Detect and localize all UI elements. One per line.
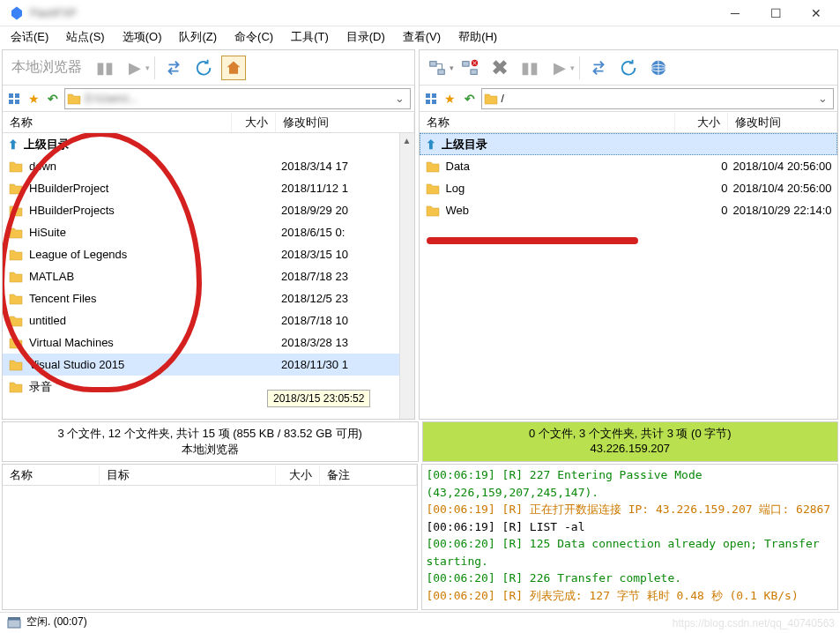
scroll-up-icon[interactable]: ▲	[400, 133, 414, 148]
row-up[interactable]: ⬆ 上级目录	[3, 133, 414, 155]
favorite-icon[interactable]: ★	[442, 91, 458, 107]
local-status: 3 个文件, 12 个文件夹, 共计 15 项 (855 KB / 83.52 …	[2, 421, 419, 462]
minimize-button[interactable]: ─	[715, 0, 755, 26]
maximize-button[interactable]: ☐	[755, 0, 796, 26]
home-icon[interactable]	[221, 56, 246, 80]
svg-rect-3	[15, 100, 19, 104]
col-name[interactable]: 名称	[3, 113, 232, 132]
svg-rect-12	[432, 93, 436, 98]
qcol-target[interactable]: 目标	[100, 465, 276, 485]
folder-icon	[67, 92, 81, 106]
folder-icon	[425, 182, 441, 195]
folder-icon	[425, 205, 441, 217]
local-label: 本地浏览器	[6, 58, 82, 77]
app-icon	[9, 5, 25, 21]
col-size[interactable]: 大小	[675, 113, 728, 132]
svg-rect-0	[9, 93, 13, 98]
refresh-icon[interactable]	[191, 56, 216, 80]
qcol-name[interactable]: 名称	[3, 465, 100, 485]
refresh-icon[interactable]	[616, 56, 641, 80]
tree-icon[interactable]	[6, 91, 22, 107]
col-time[interactable]: 修改时间	[276, 113, 414, 132]
remote-file-list[interactable]: ⬆ 上级目录 Data02018/10/4 20:56:00Log02018/1…	[420, 133, 838, 419]
svg-rect-2	[9, 100, 13, 104]
disk-icon	[7, 616, 21, 629]
globe-icon[interactable]	[646, 56, 671, 80]
log-line: [00:06:20] [R] 列表完成: 127 字节 耗时 0.48 秒 (0…	[426, 587, 834, 605]
menu-options[interactable]: 选项(O)	[115, 27, 169, 47]
window-title: FlashFXP	[30, 7, 715, 19]
list-item[interactable]: Visual Studio 20152018/11/30 1	[3, 354, 414, 376]
svg-rect-13	[426, 100, 430, 104]
log-line: [00:06:19] [R] 227 Entering Passive Mode…	[426, 466, 834, 501]
qcol-note[interactable]: 备注	[320, 465, 417, 485]
col-time[interactable]: 修改时间	[728, 113, 838, 132]
svg-rect-5	[437, 69, 443, 74]
menubar: 会话(E) 站点(S) 选项(O) 队列(Z) 命令(C) 工具(T) 目录(D…	[0, 26, 840, 48]
local-path-input[interactable]: D:\Users\... ⌄	[64, 88, 411, 109]
menu-session[interactable]: 会话(E)	[4, 27, 56, 47]
scrollbar[interactable]: ▲	[399, 133, 414, 419]
menu-help[interactable]: 帮助(H)	[451, 27, 504, 47]
play-icon[interactable]: ▶	[547, 56, 572, 80]
status-strip: 3 个文件, 12 个文件夹, 共计 15 项 (855 KB / 83.52 …	[0, 421, 840, 462]
folder-icon	[484, 92, 498, 106]
tree-icon[interactable]	[423, 91, 439, 107]
list-item[interactable]: Virtual Machines2018/3/28 13	[3, 331, 414, 354]
local-file-list[interactable]: ⬆ 上级目录 down2018/3/14 17HBuilderProject20…	[3, 133, 414, 419]
folder-icon	[8, 182, 24, 195]
up-arrow-icon: ⬆	[426, 138, 436, 152]
list-item[interactable]: Log02018/10/4 20:56:00	[420, 177, 838, 199]
remote-list-header: 名称 大小 修改时间	[420, 112, 838, 133]
up-icon[interactable]: ↶	[462, 91, 478, 107]
menu-directory[interactable]: 目录(D)	[339, 27, 392, 47]
folder-icon	[8, 293, 24, 305]
list-item[interactable]: untitled2018/7/18 10	[3, 309, 414, 331]
log-line: [00:06:20] [R] 125 Data connection alrea…	[426, 535, 834, 570]
col-name[interactable]: 名称	[420, 113, 675, 132]
list-item[interactable]: League of Legends2018/3/15 10	[3, 243, 414, 265]
remote-path-input[interactable]: / ⌄	[481, 88, 835, 109]
folder-icon	[8, 249, 24, 261]
folder-icon	[8, 337, 24, 349]
list-item[interactable]: down2018/3/14 17	[3, 155, 414, 177]
list-item[interactable]: Tencent Files2018/12/5 23	[3, 287, 414, 309]
menu-view[interactable]: 查看(V)	[396, 27, 448, 47]
favorite-icon[interactable]: ★	[26, 91, 41, 107]
list-item[interactable]: Web02018/10/29 22:14:00	[420, 199, 838, 221]
log-line: [00:06:20] [R] 226 Transfer complete.	[426, 570, 834, 587]
log-pane[interactable]: [00:06:19] [R] 227 Entering Passive Mode…	[421, 464, 838, 610]
queue-pane: 名称 目标 大小 备注	[2, 464, 418, 610]
pause-icon[interactable]: ▮▮	[93, 56, 117, 80]
connect-icon[interactable]	[425, 56, 450, 80]
menu-commands[interactable]: 命令(C)	[227, 27, 280, 47]
abort-icon[interactable]: ✖	[487, 56, 512, 80]
list-item[interactable]: HBuilderProject2018/11/12 1	[3, 177, 414, 199]
list-item[interactable]: HiSuite2018/6/15 0:	[3, 221, 414, 243]
dropdown-icon[interactable]: ⌄	[391, 92, 408, 105]
dropdown-icon[interactable]: ⌄	[814, 92, 831, 105]
transfer-icon[interactable]	[586, 56, 611, 80]
svg-rect-7	[470, 69, 476, 74]
play-icon[interactable]: ▶	[123, 56, 147, 80]
svg-rect-1	[15, 93, 19, 98]
list-item[interactable]: Data02018/10/4 20:56:00	[420, 155, 838, 177]
col-size[interactable]: 大小	[232, 113, 276, 132]
list-item[interactable]: MATLAB2018/7/18 23	[3, 265, 414, 287]
pause-icon[interactable]: ▮▮	[517, 56, 542, 80]
qcol-size[interactable]: 大小	[276, 465, 320, 485]
list-item[interactable]: HBuilderProjects2018/9/29 20	[3, 199, 414, 221]
menu-tools[interactable]: 工具(T)	[284, 27, 336, 47]
row-up[interactable]: ⬆ 上级目录	[420, 133, 838, 155]
menu-sites[interactable]: 站点(S)	[59, 27, 111, 47]
close-button[interactable]: ✕	[796, 0, 836, 26]
disconnect-icon[interactable]	[457, 56, 482, 80]
remote-pathbar: ★ ↶ / ⌄	[420, 86, 838, 112]
remote-toolbar: ▾ ✖ ▮▮ ▶ ▾	[420, 50, 838, 86]
up-icon[interactable]: ↶	[45, 91, 61, 107]
local-pane: 本地浏览器 ▮▮ ▶ ▾ ★ ↶ D:\Users\... ⌄ 名称 大小 修改…	[2, 49, 415, 420]
folder-icon	[8, 359, 24, 371]
transfer-icon[interactable]	[161, 56, 186, 80]
menu-queue[interactable]: 队列(Z)	[172, 27, 224, 47]
queue-header: 名称 目标 大小 备注	[3, 465, 417, 486]
